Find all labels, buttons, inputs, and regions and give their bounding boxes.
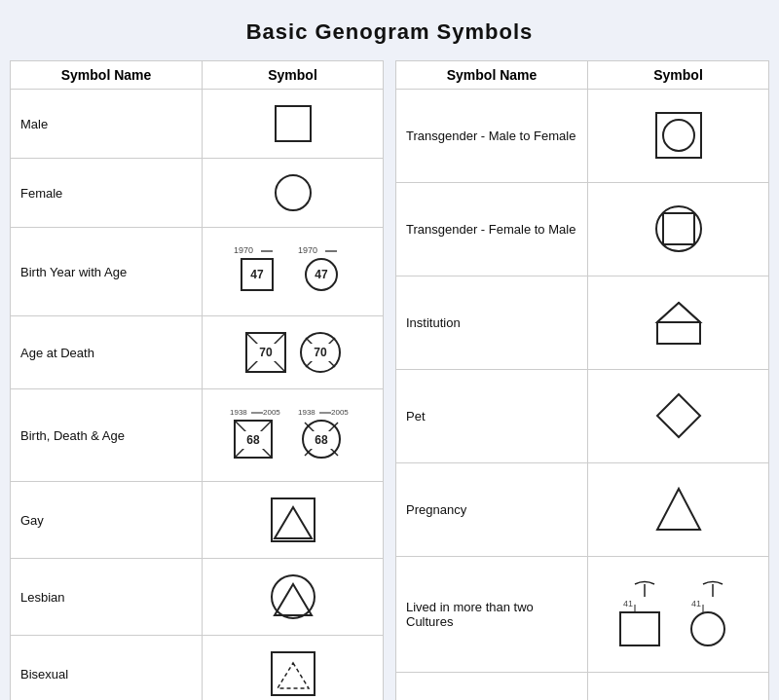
svg-marker-37 [275,507,312,538]
symbol-trans-mtf [598,102,759,168]
table-row: Pet [396,369,769,462]
symbol-immigration: 41 41 [598,688,759,700]
left-col2-header: Symbol [203,61,384,90]
table-row: Age at Death 70 [11,316,384,389]
svg-text:47: 47 [250,268,264,281]
svg-point-45 [663,120,694,151]
table-row: Lesbian [11,559,384,636]
svg-text:68: 68 [246,433,260,447]
tables-wrapper: Symbol Name Symbol Male Female [10,60,769,700]
svg-marker-50 [657,394,700,437]
svg-marker-39 [275,584,312,615]
symbol-bisexual-male [212,642,373,700]
symbol-age-death: 70 70 [212,322,373,383]
svg-point-1 [276,175,311,210]
table-row: Male [11,90,384,159]
table-row: Birth Year with Age 1970 47 1970 [11,228,384,316]
symbol-trans-ftm [598,196,759,262]
symbol-name-trans-ftm: Transgender - Female to Male [396,182,588,276]
table-row: Institution [396,276,769,369]
right-table: Symbol Name Symbol Transgender - Male to… [395,60,769,700]
svg-marker-49 [657,303,700,322]
svg-text:68: 68 [315,433,328,447]
table-row: Female [11,159,384,228]
svg-text:70: 70 [314,346,327,359]
svg-text:47: 47 [315,268,328,281]
symbol-name-pregnancy: Pregnancy [396,462,588,556]
table-row: Gay [11,482,384,559]
svg-text:70: 70 [259,346,273,359]
page-title: Basic Genogram Symbols [246,19,534,45]
symbol-name-female: Female [11,159,203,228]
symbol-pregnancy [598,476,759,542]
symbol-name-age-death: Age at Death [11,316,203,389]
symbol-name-immigration: Immigration [396,673,588,700]
svg-point-59 [691,612,724,645]
symbol-lesbian [212,565,373,629]
symbol-pet [598,383,759,449]
symbol-name-birth-death-age: Birth, Death & Age [11,389,203,482]
svg-text:1938: 1938 [298,408,315,417]
symbol-name-lesbian: Lesbian [11,559,203,636]
table-row: Birth, Death & Age 1938 2005 68 [11,389,384,482]
symbol-name-pet: Pet [396,369,588,462]
symbol-name-gay: Gay [11,482,203,559]
symbol-name-multicultural: Lived in more than two Cultures [396,556,588,673]
svg-marker-51 [657,489,700,530]
svg-text:2005: 2005 [331,408,349,417]
svg-text:1938: 1938 [230,408,247,417]
svg-point-38 [272,575,315,618]
svg-text:1970: 1970 [298,245,317,255]
symbol-institution [598,289,759,355]
right-col2-header: Symbol [588,61,769,90]
symbol-name-bisexual-male: Bisexual [11,636,203,701]
svg-text:41: 41 [691,599,701,608]
symbol-name-male: Male [11,90,203,159]
table-row: Transgender - Female to Male [396,182,769,276]
svg-rect-55 [620,612,659,645]
table-row: Lived in more than two Cultures 41 [396,556,769,673]
symbol-birth-year: 1970 47 1970 47 [212,234,373,310]
svg-text:2005: 2005 [263,408,280,417]
table-row: Immigration 41 [396,673,769,700]
svg-rect-0 [276,106,311,141]
symbol-name-trans-mtf: Transgender - Male to Female [396,90,588,183]
symbol-gay [212,488,373,552]
symbol-male [212,95,373,152]
svg-rect-36 [272,498,315,541]
svg-marker-41 [278,663,309,688]
symbol-name-birth-year: Birth Year with Age [11,228,203,316]
symbol-multicultural: 41 41 [598,571,759,657]
svg-text:41: 41 [623,599,633,608]
table-row: Pregnancy [396,462,769,556]
symbol-birth-death-age: 1938 2005 68 1938 2005 [212,395,373,475]
symbol-name-institution: Institution [396,276,588,369]
table-row: Transgender - Male to Female [396,90,769,183]
left-col1-header: Symbol Name [11,61,203,90]
symbol-female [212,165,373,221]
right-col1-header: Symbol Name [396,61,588,90]
svg-text:1970: 1970 [234,245,253,255]
left-table: Symbol Name Symbol Male Female [10,60,384,700]
svg-rect-47 [663,213,694,244]
table-row: Bisexual [11,636,384,701]
